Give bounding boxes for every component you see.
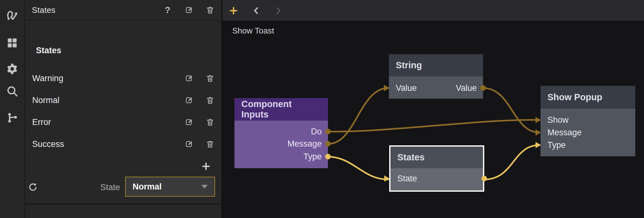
connection-state-to-type[interactable]: [484, 145, 540, 179]
state-row-success[interactable]: Success: [25, 133, 221, 155]
input-port-arrow[interactable]: [536, 129, 541, 136]
output-port-value: Value: [389, 82, 483, 94]
delete-icon[interactable]: [205, 139, 215, 149]
input-port-arrow[interactable]: [384, 175, 390, 182]
navigate-forward-button[interactable]: [273, 5, 284, 16]
node-title: String: [389, 54, 483, 76]
state-label: Success: [32, 139, 64, 149]
navigate-back-button[interactable]: [251, 5, 262, 16]
icon-sidebar: [0, 0, 25, 218]
output-port-dot[interactable]: [480, 85, 486, 91]
delete-icon[interactable]: [205, 5, 215, 15]
port-label: Show: [547, 115, 569, 125]
node-component-inputs[interactable]: Component Inputs Do Message Type: [234, 98, 328, 168]
node-show-popup[interactable]: Show Popup Show Message Type: [541, 86, 635, 156]
node-title: States: [390, 147, 483, 168]
output-port-dot[interactable]: [325, 141, 331, 147]
input-port-message: Message: [541, 127, 635, 138]
connection-type-to-state[interactable]: [328, 157, 388, 179]
states-section-title: States: [36, 46, 61, 55]
components-grid-icon[interactable]: [5, 36, 19, 50]
states-panel: States ? States Warning: [25, 0, 222, 218]
node-canvas-column: Show Toast Component Inputs Do: [223, 0, 644, 218]
version-control-icon[interactable]: [5, 111, 19, 125]
node-string[interactable]: String Value Value: [389, 54, 483, 99]
add-node-button[interactable]: [228, 5, 239, 16]
state-row-error[interactable]: Error: [25, 111, 221, 133]
edit-icon[interactable]: [184, 74, 194, 83]
port-label: Do: [311, 127, 322, 137]
port-label: Value: [456, 83, 477, 93]
node-body: State: [390, 168, 483, 190]
canvas-toolbar: [223, 0, 644, 21]
state-dropdown-value: Normal: [133, 182, 162, 192]
output-port-state: [390, 173, 483, 184]
input-port-arrow[interactable]: [536, 142, 541, 148]
app-window: States ? States Warning: [0, 0, 644, 218]
node-body: Value Value: [389, 76, 483, 99]
node-graph-canvas[interactable]: Show Toast Component Inputs Do: [223, 21, 644, 218]
output-port-message: Message: [234, 138, 328, 149]
port-label: Message: [287, 139, 322, 149]
noodl-logo-icon[interactable]: [5, 8, 19, 22]
help-icon[interactable]: ?: [163, 5, 172, 15]
port-label: Message: [547, 128, 582, 138]
input-port-show: Show: [541, 114, 635, 126]
delete-icon[interactable]: [205, 96, 215, 105]
search-icon[interactable]: [5, 84, 19, 98]
state-row-warning[interactable]: Warning: [25, 67, 221, 89]
chevron-down-icon: [201, 185, 208, 189]
connection-do-to-show[interactable]: [328, 120, 540, 132]
breadcrumb[interactable]: Show Toast: [232, 26, 274, 36]
node-body: Do Message Type: [234, 121, 328, 168]
input-port-type: Type: [541, 139, 635, 151]
state-dropdown[interactable]: Normal: [125, 177, 215, 197]
input-port-arrow[interactable]: [384, 85, 389, 91]
input-port-arrow[interactable]: [536, 117, 541, 123]
state-label: Error: [32, 117, 51, 127]
edit-icon[interactable]: [184, 117, 194, 127]
panel-divider: [25, 204, 221, 205]
state-row-normal[interactable]: Normal: [25, 89, 221, 111]
node-title: Component Inputs: [234, 98, 328, 121]
output-port-type: Type: [234, 151, 328, 162]
state-dropdown-label: State: [25, 183, 120, 192]
node-body: Show Message Type: [541, 109, 635, 156]
edit-icon[interactable]: [184, 5, 194, 15]
node-title: Show Popup: [541, 86, 635, 109]
settings-gear-icon[interactable]: [5, 62, 19, 76]
state-label: Normal: [32, 96, 59, 105]
output-port-do: Do: [234, 126, 328, 137]
output-port-dot[interactable]: [325, 154, 331, 159]
output-port-dot[interactable]: [481, 176, 487, 181]
port-label: Type: [547, 140, 566, 150]
delete-icon[interactable]: [205, 74, 215, 83]
connection-string-value-to-message[interactable]: [483, 88, 540, 132]
add-state-button[interactable]: [201, 161, 211, 172]
panel-title: States: [32, 5, 56, 15]
state-label: Warning: [32, 74, 63, 83]
port-label: Type: [303, 152, 322, 162]
node-states[interactable]: States State: [389, 145, 484, 192]
states-panel-header: States ?: [25, 0, 221, 21]
output-port-dot[interactable]: [325, 129, 331, 134]
edit-icon[interactable]: [184, 96, 194, 105]
edit-icon[interactable]: [184, 139, 194, 149]
delete-icon[interactable]: [205, 117, 215, 127]
connection-message-to-string-value[interactable]: [328, 88, 388, 144]
